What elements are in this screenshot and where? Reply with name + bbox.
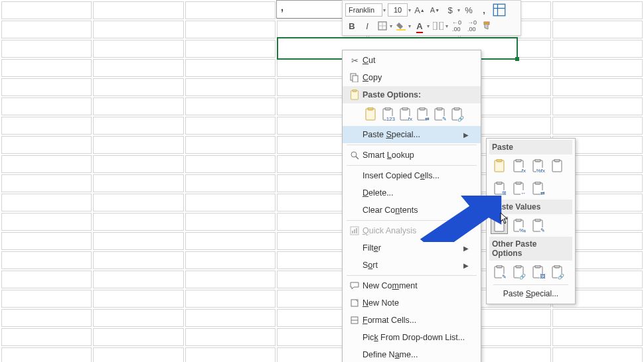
- sub-paste-column-widths[interactable]: ↔: [510, 180, 527, 197]
- paste-options-row: 123 fx ⇄ ✎ 🔗: [343, 103, 481, 126]
- paste-formulas-button[interactable]: fx: [397, 106, 413, 122]
- svg-rect-6: [396, 29, 406, 30]
- sub-paste-special-dialog[interactable]: Paste Special...: [489, 286, 572, 301]
- sub-paste-values-only[interactable]: [491, 217, 508, 234]
- chevron-right-icon: ▶: [463, 262, 469, 269]
- menu-delete[interactable]: Delete...: [343, 184, 481, 202]
- borders-button[interactable]: [376, 19, 389, 32]
- separator: [347, 220, 477, 221]
- mini-toolbar: Franklin ▾ 10 ▾ A▲ A▼ $ ▾ % , B I ▾ ▾ A …: [342, 0, 521, 36]
- sub-paste-linked-picture[interactable]: 🔗: [548, 263, 566, 280]
- dropdown-icon[interactable]: ▾: [457, 7, 460, 13]
- paste-transpose-button[interactable]: ⇄: [414, 106, 430, 122]
- comma-style-button[interactable]: ,: [477, 3, 491, 17]
- svg-rect-15: [353, 76, 358, 82]
- svg-rect-9: [484, 22, 489, 25]
- menu-insert-copied-cells[interactable]: Insert Copied Cells...: [343, 167, 481, 184]
- dropdown-icon[interactable]: ▾: [445, 23, 448, 29]
- menu-new-comment[interactable]: New Comment: [343, 277, 481, 294]
- decrease-decimal-button[interactable]: →0.00: [465, 19, 479, 32]
- format-painter-button[interactable]: [481, 19, 494, 32]
- note-icon: [347, 298, 362, 308]
- sub-paste-values-source-formatting[interactable]: ✎: [529, 217, 546, 234]
- font-size-select[interactable]: 10: [388, 3, 408, 17]
- sub-paste-link[interactable]: 🔗: [510, 263, 527, 280]
- menu-format-cells[interactable]: Format Cells...: [343, 312, 481, 329]
- copy-icon: [347, 73, 362, 82]
- font-name-label: Franklin: [349, 6, 374, 14]
- menu-sort[interactable]: Sort ▶: [343, 257, 481, 274]
- sub-paste-keep-source[interactable]: [548, 157, 566, 174]
- decrease-font-button[interactable]: A▼: [428, 3, 442, 17]
- menu-paste-options-header: Paste Options:: [343, 86, 481, 103]
- comment-icon: [347, 281, 362, 290]
- chevron-right-icon: ▶: [463, 131, 469, 139]
- increase-decimal-button[interactable]: ←0.00: [450, 19, 463, 32]
- menu-cut[interactable]: ✂ Cut: [343, 52, 481, 69]
- font-name-select[interactable]: Franklin: [345, 3, 382, 17]
- svg-rect-21: [356, 228, 357, 233]
- menu-clear-contents[interactable]: Clear Contents: [343, 202, 481, 219]
- menu-new-note[interactable]: New Note: [343, 294, 481, 312]
- svg-rect-20: [354, 229, 355, 233]
- sub-paste-formatting[interactable]: ✎: [491, 263, 508, 280]
- separator: [347, 275, 477, 276]
- sub-paste-formulas-formatting[interactable]: %fx: [529, 157, 546, 174]
- accounting-format-button[interactable]: $: [443, 3, 457, 17]
- sub-paste-formulas[interactable]: fx: [510, 157, 527, 174]
- separator: [493, 284, 568, 285]
- svg-line-17: [356, 156, 359, 159]
- dropdown-icon[interactable]: ▾: [390, 23, 392, 29]
- svg-point-16: [351, 152, 357, 157]
- svg-rect-0: [493, 4, 505, 16]
- dropdown-icon[interactable]: ▾: [427, 23, 430, 29]
- font-size-label: 10: [394, 6, 402, 14]
- sub-paste-all[interactable]: [491, 157, 508, 174]
- separator: [347, 145, 477, 145]
- paste-all-button[interactable]: [362, 106, 378, 122]
- formula-indicator-cell: ,: [276, 0, 343, 19]
- quick-analysis-icon: [347, 226, 362, 235]
- context-menu: ✂ Cut Copy Paste Options: 123 fx ⇄ ✎ 🔗 P…: [342, 50, 481, 362]
- clipboard-icon: [347, 90, 362, 100]
- submenu-other-paste-header: Other Paste Options: [489, 237, 572, 261]
- percent-button[interactable]: %: [462, 3, 475, 17]
- sub-paste-picture[interactable]: 🖼: [529, 263, 546, 280]
- dropdown-icon[interactable]: ▾: [408, 23, 411, 29]
- fill-color-button[interactable]: [394, 19, 408, 32]
- merge-button[interactable]: [432, 19, 445, 32]
- chevron-right-icon: ▶: [463, 245, 469, 252]
- format-cells-icon: [347, 316, 362, 325]
- menu-define-name[interactable]: Define Name...: [343, 346, 481, 362]
- paste-formatting-button[interactable]: ✎: [432, 106, 447, 122]
- italic-button[interactable]: I: [361, 19, 374, 32]
- sub-paste-values-number-formatting[interactable]: %₂: [510, 217, 527, 234]
- menu-paste-special[interactable]: Paste Special... ▶: [343, 126, 481, 143]
- sub-paste-no-borders[interactable]: ⊞: [491, 180, 508, 197]
- dropdown-icon[interactable]: ▾: [383, 7, 386, 13]
- separator: [347, 165, 477, 166]
- svg-rect-7: [433, 22, 437, 30]
- paste-link-button[interactable]: 🔗: [449, 106, 465, 122]
- submenu-paste-header: Paste: [489, 140, 572, 154]
- menu-quick-analysis: Quick Analysis: [343, 222, 481, 239]
- paste-special-submenu: Paste fx %fx ⊞ ↔ ⇄ Paste Values %₂ ✎ Oth…: [486, 138, 576, 304]
- menu-pick-from-list[interactable]: Pick From Drop-down List...: [343, 329, 481, 346]
- format-cells-dialog-button[interactable]: [493, 3, 506, 17]
- font-color-button[interactable]: A: [413, 19, 426, 32]
- menu-copy[interactable]: Copy: [343, 69, 481, 86]
- menu-filter[interactable]: Filter ▶: [343, 239, 481, 257]
- menu-smart-lookup[interactable]: Smart Lookup: [343, 147, 481, 164]
- paste-values-button[interactable]: 123: [380, 106, 396, 122]
- search-icon: [347, 151, 362, 160]
- svg-rect-8: [440, 22, 443, 30]
- svg-rect-19: [352, 231, 353, 233]
- scissors-icon: ✂: [347, 56, 362, 66]
- bold-button[interactable]: B: [345, 19, 359, 32]
- increase-font-button[interactable]: A▲: [413, 3, 426, 17]
- sub-paste-transpose[interactable]: ⇄: [529, 180, 546, 197]
- dropdown-icon[interactable]: ▾: [408, 7, 411, 13]
- submenu-paste-values-header: Paste Values: [489, 200, 572, 214]
